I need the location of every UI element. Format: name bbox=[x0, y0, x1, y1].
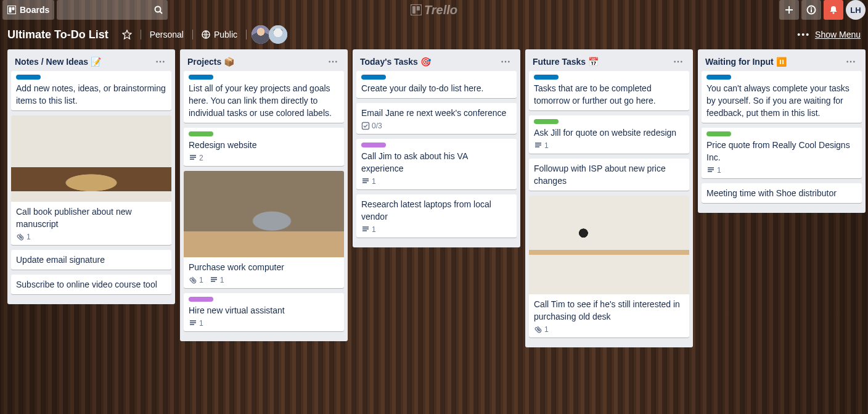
member-avatar[interactable] bbox=[252, 25, 270, 44]
list-cards: You can't always complete your tasks by … bbox=[702, 71, 862, 208]
info-button[interactable] bbox=[801, 0, 821, 20]
member-avatar[interactable] bbox=[269, 25, 287, 44]
card-title: Ask Jill for quote on website redesign bbox=[534, 126, 684, 139]
card[interactable]: Meeting time with Shoe distributor bbox=[702, 183, 862, 203]
card-title: Price quote from Really Cool Designs Inc… bbox=[706, 139, 857, 164]
card-label[interactable] bbox=[16, 75, 41, 80]
list-menu-button[interactable]: ⋯ bbox=[326, 56, 340, 67]
card-labels bbox=[706, 75, 857, 80]
card-label[interactable] bbox=[534, 119, 559, 124]
card-labels bbox=[534, 75, 684, 80]
card-badges: 1 bbox=[189, 319, 339, 328]
search-input[interactable] bbox=[57, 0, 168, 20]
svg-rect-5 bbox=[411, 4, 422, 15]
card[interactable]: Call Tim to see if he's still interested… bbox=[529, 196, 689, 337]
badge-attach: 1 bbox=[189, 276, 203, 284]
notifications-button[interactable] bbox=[824, 0, 843, 20]
card-title: Add new notes, ideas, or brainstorming i… bbox=[16, 82, 166, 107]
svg-rect-0 bbox=[7, 6, 16, 14]
card[interactable]: Hire new virtual assistant1 bbox=[184, 293, 344, 331]
card-title: You can't always complete your tasks by … bbox=[706, 82, 857, 119]
list: Projects 📦⋯List all of your key projects… bbox=[180, 49, 348, 341]
create-button[interactable] bbox=[779, 0, 799, 20]
visibility-label: Public bbox=[214, 30, 237, 39]
list-header: Today's Tasks 🎯⋯ bbox=[356, 53, 517, 71]
app-logo[interactable]: Trello bbox=[411, 0, 457, 20]
board-members[interactable] bbox=[253, 25, 287, 44]
card[interactable]: Price quote from Really Cool Designs Inc… bbox=[702, 128, 862, 178]
badge-text: 1 bbox=[717, 166, 721, 175]
card[interactable]: Call Jim to ask about his VA experience1 bbox=[356, 139, 517, 189]
team-button[interactable]: Personal bbox=[144, 25, 190, 44]
card[interactable]: Create your daily to-do list here. bbox=[356, 71, 517, 98]
card[interactable]: Call book publisher about new manuscript… bbox=[11, 115, 171, 245]
list-title[interactable]: Waiting for Input ⏸️ bbox=[705, 57, 843, 67]
list-menu-button[interactable]: ⋯ bbox=[671, 56, 686, 67]
card-labels bbox=[534, 119, 684, 124]
card[interactable]: Tasks that are to be completed tomorrow … bbox=[529, 71, 689, 110]
card-label[interactable] bbox=[706, 131, 731, 136]
list-header: Waiting for Input ⏸️⋯ bbox=[702, 53, 862, 71]
card-label[interactable] bbox=[189, 297, 213, 302]
list-header: Projects 📦⋯ bbox=[184, 53, 344, 71]
badge-text: 1 bbox=[220, 276, 224, 284]
card-label[interactable] bbox=[361, 143, 386, 147]
card-labels bbox=[16, 75, 166, 80]
show-menu-button[interactable]: ••• Show Menu bbox=[797, 30, 861, 39]
board-name[interactable]: Ultimate To-Do List bbox=[7, 28, 108, 41]
card[interactable]: Research latest laptops from local vendo… bbox=[356, 194, 517, 238]
list: Future Tasks 📅⋯Tasks that are to be comp… bbox=[525, 49, 693, 347]
list-title[interactable]: Notes / New Ideas 📝 bbox=[15, 57, 153, 67]
list-menu-button[interactable]: ⋯ bbox=[498, 56, 513, 67]
card[interactable]: Followup with ISP about new price change… bbox=[529, 159, 689, 191]
card[interactable]: You can't always complete your tasks by … bbox=[702, 71, 862, 123]
info-icon bbox=[806, 5, 816, 15]
badge-check: 0/3 bbox=[361, 122, 382, 130]
boards-icon bbox=[7, 6, 16, 14]
card[interactable]: Ask Jill for quote on website redesign1 bbox=[529, 115, 689, 154]
card-label[interactable] bbox=[361, 75, 386, 80]
card[interactable]: Email Jane re next week's conference0/3 bbox=[356, 103, 517, 134]
card-badges: 0/3 bbox=[361, 122, 512, 130]
card[interactable]: Update email signature bbox=[11, 250, 171, 270]
badge-desc: 1 bbox=[534, 141, 549, 150]
card-label[interactable] bbox=[706, 75, 731, 80]
card-label[interactable] bbox=[189, 75, 213, 80]
star-button[interactable] bbox=[116, 25, 138, 44]
star-icon bbox=[122, 30, 132, 39]
card-cover-image bbox=[184, 171, 344, 257]
card-cover-image bbox=[11, 115, 171, 202]
list-menu-button[interactable]: ⋯ bbox=[843, 56, 858, 67]
user-avatar[interactable]: LH bbox=[846, 0, 866, 20]
card-label[interactable] bbox=[189, 131, 213, 136]
list-header: Future Tasks 📅⋯ bbox=[529, 53, 689, 71]
card[interactable]: Redesign website2 bbox=[184, 128, 344, 166]
board-canvas[interactable]: Notes / New Ideas 📝⋯Add new notes, ideas… bbox=[0, 49, 868, 347]
header-right-buttons: LH bbox=[777, 0, 866, 20]
card-label[interactable] bbox=[534, 75, 559, 80]
list-title[interactable]: Projects 📦 bbox=[187, 57, 326, 67]
list-menu-button[interactable]: ⋯ bbox=[153, 56, 168, 67]
list-title[interactable]: Today's Tasks 🎯 bbox=[360, 57, 498, 67]
card[interactable]: List all of your key projects and goals … bbox=[184, 71, 344, 123]
user-initials: LH bbox=[850, 6, 861, 15]
boards-button[interactable]: Boards bbox=[2, 0, 54, 20]
board-header: Ultimate To-Do List Personal Public ••• … bbox=[0, 20, 868, 49]
card[interactable]: Purchase work computer11 bbox=[184, 171, 344, 288]
card-badges: 1 bbox=[534, 141, 684, 150]
visibility-button[interactable]: Public bbox=[195, 25, 244, 44]
card[interactable]: Subscribe to online video course tool bbox=[11, 275, 171, 294]
card-labels bbox=[361, 143, 512, 147]
svg-rect-1 bbox=[9, 7, 12, 13]
card-labels bbox=[189, 131, 339, 136]
card-title: Email Jane re next week's conference bbox=[361, 107, 512, 119]
card-title: Research latest laptops from local vendo… bbox=[361, 198, 512, 223]
card[interactable]: Add new notes, ideas, or brainstorming i… bbox=[11, 71, 171, 110]
separator bbox=[246, 30, 247, 39]
badge-text: 1 bbox=[544, 325, 549, 334]
card-title: Call Jim to ask about his VA experience bbox=[361, 150, 512, 175]
card-title: Create your daily to-do list here. bbox=[361, 82, 512, 94]
list-title[interactable]: Future Tasks 📅 bbox=[533, 57, 671, 67]
list-cards: Create your daily to-do list here.Email … bbox=[356, 71, 517, 242]
list-cards: Add new notes, ideas, or brainstorming i… bbox=[11, 71, 171, 299]
